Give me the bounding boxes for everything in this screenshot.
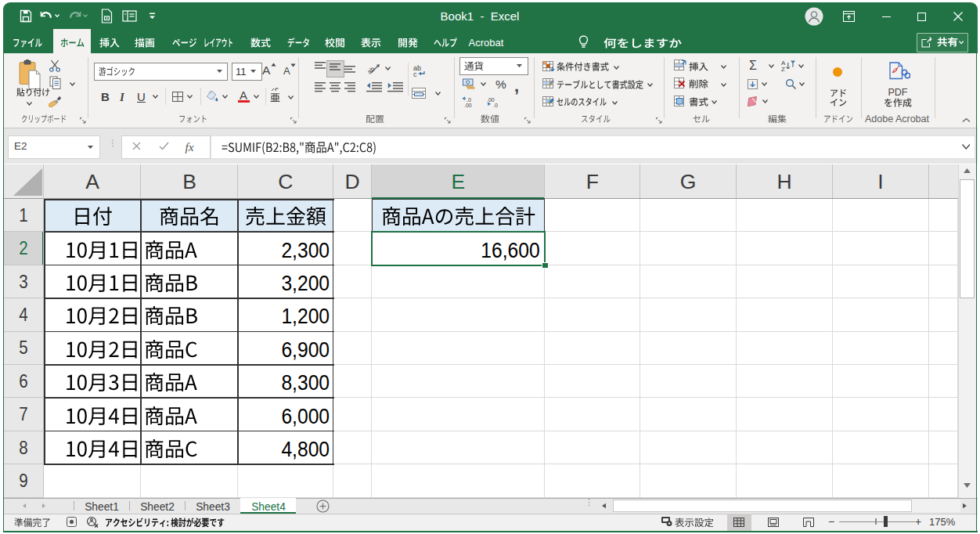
svg-text:ab: ab <box>368 65 377 75</box>
svg-text:.00: .00 <box>487 97 495 103</box>
svg-text:.00: .00 <box>464 103 472 108</box>
svg-text:Z: Z <box>781 66 785 71</box>
svg-text:.0: .0 <box>493 103 498 108</box>
svg-text:c: c <box>413 70 417 78</box>
svg-text:.0: .0 <box>467 97 471 103</box>
